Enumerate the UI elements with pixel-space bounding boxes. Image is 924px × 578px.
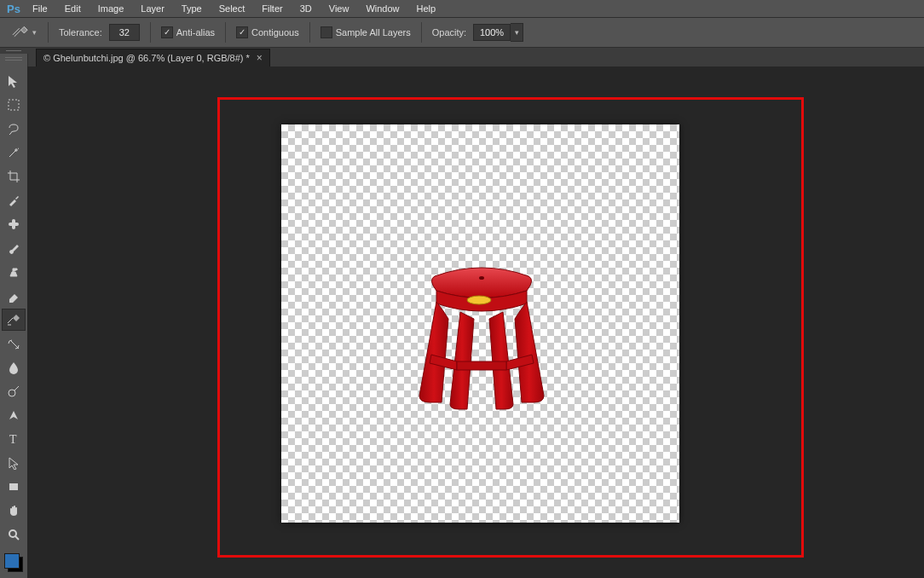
zoom-tool[interactable] <box>2 523 26 546</box>
anti-alias-label: Anti-alias <box>176 27 215 38</box>
menu-3d[interactable]: 3D <box>292 1 321 16</box>
crop-tool[interactable] <box>2 165 26 188</box>
tools-panel: T <box>0 54 28 578</box>
menu-file[interactable]: File <box>24 1 56 16</box>
separator <box>225 22 226 43</box>
dropdown-caret-icon: ▾ <box>32 28 37 37</box>
color-swatches[interactable] <box>3 552 25 574</box>
workspace[interactable] <box>27 66 924 578</box>
background-eraser-tool[interactable] <box>2 309 26 331</box>
close-icon[interactable]: × <box>257 52 263 64</box>
path-selection-tool[interactable] <box>2 452 26 474</box>
document-canvas[interactable] <box>281 124 679 523</box>
opacity-label: Opacity: <box>432 27 466 38</box>
hand-tool[interactable] <box>2 500 26 522</box>
options-bar: ▾ Tolerance: Anti-alias Contiguous Sampl… <box>0 18 924 48</box>
contiguous-checkbox[interactable]: Contiguous <box>236 26 299 38</box>
menu-select[interactable]: Select <box>211 1 254 16</box>
svg-rect-0 <box>9 100 19 110</box>
document-tab-title: © Ghelunbutchi.jpg @ 66.7% (Layer 0, RGB… <box>43 53 250 63</box>
opacity-value: 100% <box>473 24 511 41</box>
dodge-tool[interactable] <box>2 380 26 402</box>
svg-text:T: T <box>9 433 17 446</box>
menu-help[interactable]: Help <box>408 1 445 16</box>
checkbox-icon <box>321 26 332 38</box>
sample-all-layers-checkbox[interactable]: Sample All Layers <box>321 26 411 38</box>
gradient-tool[interactable] <box>2 332 26 355</box>
svg-rect-5 <box>9 483 18 490</box>
menu-filter[interactable]: Filter <box>253 1 291 16</box>
document-tab-bar: © Ghelunbutchi.jpg @ 66.7% (Layer 0, RGB… <box>27 48 924 67</box>
current-tool-icon[interactable]: ▾ <box>10 22 38 43</box>
panel-toggle-grip[interactable] <box>0 48 28 54</box>
tolerance-input[interactable] <box>109 24 140 41</box>
eraser-tool[interactable] <box>2 285 26 307</box>
anti-alias-checkbox[interactable]: Anti-alias <box>161 26 215 38</box>
dropdown-caret-icon <box>511 23 523 42</box>
blur-tool[interactable] <box>2 356 26 379</box>
menu-bar: Ps File Edit Image Layer Type Select Fil… <box>0 0 924 18</box>
contiguous-label: Contiguous <box>251 27 299 38</box>
lasso-tool[interactable] <box>2 118 26 140</box>
svg-point-8 <box>467 296 491 304</box>
healing-brush-tool[interactable] <box>2 213 26 235</box>
menu-edit[interactable]: Edit <box>56 1 90 16</box>
checkbox-icon <box>161 26 173 38</box>
separator <box>150 22 151 43</box>
type-tool[interactable]: T <box>2 428 26 450</box>
menu-type[interactable]: Type <box>173 1 211 16</box>
menu-image[interactable]: Image <box>90 1 133 16</box>
checkbox-icon <box>236 26 248 38</box>
opacity-select[interactable]: 100% <box>473 23 523 42</box>
rectangle-tool[interactable] <box>2 476 26 498</box>
canvas-image-stool <box>401 252 563 414</box>
separator <box>48 22 49 43</box>
sample-all-label: Sample All Layers <box>336 27 411 38</box>
magic-wand-tool[interactable] <box>2 142 26 164</box>
menu-window[interactable]: Window <box>357 1 407 16</box>
clone-stamp-tool[interactable] <box>2 261 26 283</box>
svg-point-6 <box>9 530 16 537</box>
separator <box>421 22 422 43</box>
svg-point-7 <box>479 276 484 280</box>
svg-rect-2 <box>12 219 15 229</box>
menu-layer[interactable]: Layer <box>132 1 173 16</box>
move-tool[interactable] <box>2 70 26 92</box>
document-tab[interactable]: © Ghelunbutchi.jpg @ 66.7% (Layer 0, RGB… <box>36 49 270 66</box>
tolerance-label: Tolerance: <box>59 27 102 38</box>
menu-view[interactable]: View <box>321 1 358 16</box>
marquee-tool[interactable] <box>2 94 26 116</box>
separator <box>309 22 310 43</box>
pen-tool[interactable] <box>2 404 26 426</box>
eyedropper-tool[interactable] <box>2 189 26 211</box>
app-logo: Ps <box>3 0 24 17</box>
svg-point-3 <box>9 390 15 396</box>
foreground-color-swatch[interactable] <box>4 553 20 569</box>
panel-grip[interactable] <box>0 54 27 64</box>
brush-tool[interactable] <box>2 237 26 259</box>
